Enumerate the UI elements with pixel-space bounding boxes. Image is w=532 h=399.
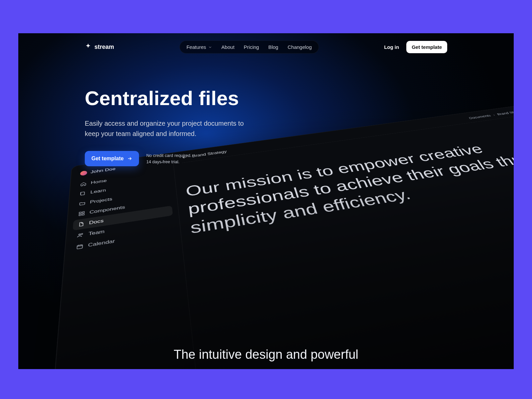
cta-note-2: 14 days free trial.: [146, 159, 192, 165]
sidebar-item-label: Team: [88, 229, 105, 237]
sidebar-item-label: Projects: [90, 197, 112, 205]
device-stage: John Doe Home Learn: [71, 166, 514, 369]
sparkle-icon: [85, 43, 91, 51]
nav-item-pricing[interactable]: Pricing: [244, 44, 259, 50]
folder-icon: [79, 200, 86, 206]
svg-rect-1: [82, 211, 84, 213]
avatar: [80, 171, 87, 176]
hero-cta-label: Get template: [91, 156, 124, 162]
login-link[interactable]: Log in: [384, 44, 399, 50]
header-actions: Log in Get template: [384, 41, 447, 53]
book-icon: [79, 191, 86, 196]
sidebar-item-label: Home: [91, 178, 107, 185]
arrow-right-icon: [127, 156, 132, 161]
hero-cta-button[interactable]: Get template: [85, 151, 139, 166]
get-template-button[interactable]: Get template: [406, 41, 447, 53]
svg-rect-2: [79, 214, 81, 216]
cta-notes: No credit card required. 14 days free tr…: [146, 152, 192, 165]
primary-nav: Features About Pricing Blog Changelog: [180, 41, 319, 54]
svg-rect-6: [77, 245, 83, 249]
page-frame: stream Features About Pricing Blog Chang…: [18, 33, 514, 369]
brand[interactable]: stream: [85, 43, 114, 51]
svg-rect-3: [82, 214, 84, 215]
nav-item-about[interactable]: About: [221, 44, 234, 50]
testimonial-line: The intuitive design and powerful: [18, 347, 514, 362]
hero-subtitle: Easily access and organize your project …: [85, 118, 258, 139]
brand-name: stream: [94, 44, 114, 51]
nav-item-blog[interactable]: Blog: [268, 44, 278, 50]
cta-note-1: No credit card required.: [146, 152, 192, 159]
site-header: stream Features About Pricing Blog Chang…: [18, 33, 514, 54]
sidebar-item-label: Learn: [90, 188, 106, 195]
grid-icon: [78, 211, 85, 216]
nav-item-label: Features: [187, 44, 206, 50]
svg-point-5: [81, 233, 83, 235]
users-icon: [77, 232, 84, 238]
cta-row: Get template No credit card required. 14…: [85, 151, 514, 166]
calendar-icon: [76, 243, 83, 250]
nav-item-features[interactable]: Features: [187, 44, 212, 50]
sidebar-item-label: Calendar: [88, 238, 115, 248]
hero-title: Centralized files: [85, 87, 514, 110]
nav-item-changelog[interactable]: Changelog: [288, 44, 312, 50]
svg-rect-0: [79, 212, 81, 213]
sidebar-list: Home Learn Projects Components: [71, 168, 175, 253]
home-icon: [80, 182, 87, 187]
hero: Centralized files Easily access and orga…: [18, 54, 514, 166]
svg-point-4: [79, 234, 80, 235]
sidebar-item-label: Docs: [89, 218, 103, 226]
file-icon: [77, 221, 84, 227]
chevron-down-icon: [208, 45, 212, 49]
user-name: John Doe: [90, 167, 116, 175]
